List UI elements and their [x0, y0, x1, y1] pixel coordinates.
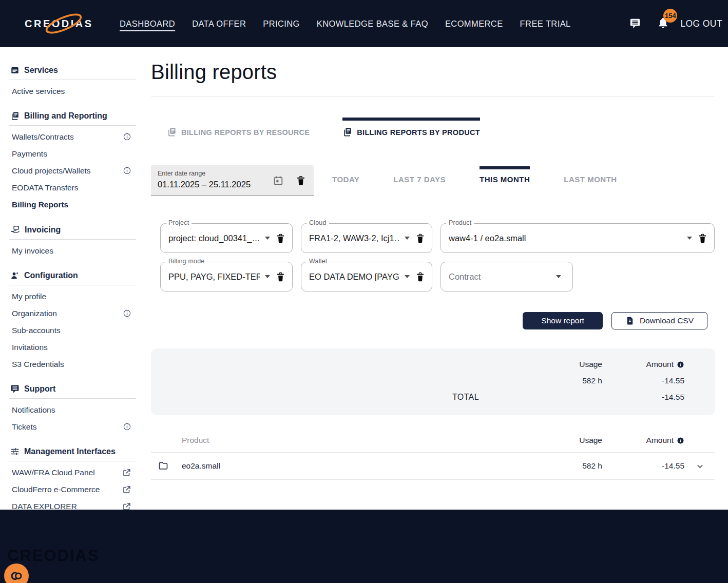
sidebar-item-label: My invoices — [12, 246, 53, 256]
sidebar-item-label: Active services — [12, 87, 65, 96]
sidebar-item-label: My profile — [12, 292, 46, 301]
external-link-icon — [122, 485, 131, 494]
nav-item-pricing[interactable]: PRICING — [263, 19, 300, 29]
sidebar-item-label: Cloud projects/Wallets — [12, 166, 91, 176]
sidebar-item-cloud-projects-wallets[interactable]: Cloud projects/Wallets — [9, 162, 131, 179]
summary-card: Usage Amount 582 h -14.55 TOTAL -14.55 — [151, 348, 715, 415]
sidebar-section-services-header: Services — [9, 66, 144, 75]
clear-project-button[interactable] — [275, 233, 286, 244]
product-select[interactable]: Product waw4-1 / eo2a.small — [440, 223, 715, 253]
quickrange-today[interactable]: TODAY — [332, 166, 359, 184]
field-label: Project — [166, 219, 191, 226]
clear-wallet-button[interactable] — [415, 271, 426, 282]
calendar-icon[interactable] — [273, 175, 284, 186]
info-filled-icon[interactable] — [677, 361, 684, 368]
sidebar-item-label: Wallets/Contracts — [12, 132, 74, 142]
quickrange-indicator — [393, 166, 446, 169]
sidebar-item-label: Sub-accounts — [12, 326, 61, 335]
info-icon[interactable] — [123, 132, 131, 141]
sidebar-item-billing-reports[interactable]: Billing Reports — [9, 196, 131, 213]
sidebar-item-wallets-contracts[interactable]: Wallets/Contracts — [9, 128, 131, 145]
date-range-field[interactable]: Enter date range 01.11.2025 – 25.11.2025 — [151, 165, 314, 196]
tab-indicator — [167, 118, 310, 121]
sidebar-item-eodata-transfers[interactable]: EODATA Transfers — [9, 179, 131, 196]
comment-icon — [629, 18, 641, 29]
dropdown-arrow-icon[interactable] — [687, 237, 692, 240]
section-title: Management Interfaces — [24, 447, 116, 456]
project-select[interactable]: Project project: cloud_00341_… — [160, 223, 293, 253]
tab-billing-by-resource[interactable]: BILLING REPORTS BY RESOURCE — [167, 118, 310, 137]
row-product-name: eo2a.small — [176, 461, 479, 471]
sidebar-item-tickets[interactable]: Tickets — [9, 418, 131, 435]
dropdown-arrow-icon[interactable] — [265, 237, 270, 240]
quickrange-this-month[interactable]: THIS MONTH — [480, 166, 530, 184]
sidebar-section-billing-header: Billing and Reporting — [9, 111, 144, 121]
table-row[interactable]: eo2a.small 582 h -14.55 — [151, 452, 715, 480]
sidebar-item-sub-accounts[interactable]: Sub-accounts — [9, 322, 131, 339]
quickrange-last-7-days[interactable]: LAST 7 DAYS — [393, 166, 446, 184]
cloud-select[interactable]: Cloud FRA1-2, WAW3-2, Icj1… — [301, 223, 432, 253]
info-icon[interactable] — [123, 422, 131, 431]
dropdown-arrow-icon[interactable] — [405, 275, 410, 278]
summary-amount-header: Amount — [602, 360, 684, 369]
sidebar-item-invitations[interactable]: Invitations — [9, 339, 131, 356]
notifications-count-badge: 154 — [663, 9, 677, 23]
quickrange-last-month[interactable]: LAST MONTH — [564, 166, 617, 184]
wallet-select[interactable]: Wallet EO DATA DEMO [PAYG]… — [301, 262, 432, 292]
sidebar-item-payments[interactable]: Payments — [9, 145, 131, 162]
trash-icon — [697, 233, 708, 244]
trash-icon[interactable] — [295, 175, 306, 186]
billing-mode-select[interactable]: Billing mode PPU, PAYG, FIXED-TERM — [160, 262, 293, 292]
logo-wordmark: CREODIAS — [25, 18, 93, 30]
sidebar-item-waw-fra-cloud-panel[interactable]: WAW/FRA Cloud Panel — [9, 464, 131, 481]
clear-product-button[interactable] — [697, 233, 708, 244]
sidebar-item-active-services[interactable]: Active services — [9, 83, 131, 100]
field-value: project: cloud_00341_… — [168, 234, 260, 243]
info-icon[interactable] — [123, 166, 131, 175]
nav-item-knowledge-base[interactable]: KNOWLEDGE BASE & FAQ — [317, 19, 428, 29]
page-title: Billing reports — [151, 61, 715, 84]
sidebar-item-notifications[interactable]: Notifications — [9, 401, 131, 418]
trash-icon — [415, 233, 426, 244]
tab-billing-by-product[interactable]: BILLING REPORTS BY PRODUCT — [342, 118, 480, 137]
sidebar-item-s3-credentials[interactable]: S3 Credentials — [9, 356, 131, 373]
top-navbar: CREODIAS DASHBOARD DATA OFFER PRICING KN… — [0, 0, 728, 47]
sidebar-section-support-header: Support — [9, 384, 144, 394]
date-range-value: 01.11.2025 – 25.11.2025 — [158, 180, 273, 189]
sidebar-item-label: S3 Credentials — [12, 360, 64, 369]
sidebar-section-services: Services Active services — [9, 66, 144, 100]
show-report-button[interactable]: Show report — [523, 312, 603, 329]
sidebar-section-configuration: Configuration My profile Organization Su… — [9, 271, 144, 373]
creodias-logo[interactable]: CREODIAS — [25, 12, 87, 35]
nav-item-free-trial[interactable]: FREE TRIAL — [520, 19, 571, 29]
dropdown-arrow-icon[interactable] — [405, 237, 410, 240]
sidebar-item-my-invoices[interactable]: My invoices — [9, 242, 131, 259]
clear-cloud-button[interactable] — [415, 233, 426, 244]
nav-item-ecommerce[interactable]: ECOMMERCE — [445, 19, 503, 29]
info-icon[interactable] — [123, 309, 131, 318]
notifications-button[interactable]: 154 — [657, 17, 669, 31]
sidebar-item-organization[interactable]: Organization — [9, 305, 131, 322]
actions-row: Show report Download CSV — [151, 312, 715, 329]
date-filter-row: Enter date range 01.11.2025 – 25.11.2025 — [151, 165, 715, 196]
logout-button[interactable]: LOG OUT — [680, 18, 722, 29]
info-filled-icon[interactable] — [677, 437, 684, 444]
sidebar-item-label: Tickets — [12, 422, 37, 432]
sidebar-item-my-profile[interactable]: My profile — [9, 288, 131, 305]
nav-item-dashboard[interactable]: DASHBOARD — [120, 19, 175, 29]
contract-select[interactable]: Contract — [440, 262, 573, 292]
dropdown-arrow-icon[interactable] — [556, 275, 561, 278]
sidebar-item-data-explorer[interactable]: DATA EXPLORER — [9, 498, 131, 510]
feedback-button[interactable] — [629, 17, 642, 30]
expand-row-button[interactable] — [684, 462, 715, 471]
download-csv-label: Download CSV — [640, 316, 694, 325]
dropdown-arrow-icon[interactable] — [265, 275, 270, 278]
amount-column-header-label: Amount — [646, 436, 674, 445]
clear-billing-mode-button[interactable] — [275, 271, 286, 282]
download-csv-button[interactable]: Download CSV — [611, 312, 707, 329]
sidebar-item-cloudferro-ecommerce[interactable]: CloudFerro e-Commerce — [9, 481, 131, 498]
nav-item-data-offer[interactable]: DATA OFFER — [192, 19, 246, 29]
person-gear-icon — [10, 271, 20, 280]
main-menu: DASHBOARD DATA OFFER PRICING KNOWLEDGE B… — [120, 19, 571, 29]
quickrange-indicator — [564, 166, 617, 169]
